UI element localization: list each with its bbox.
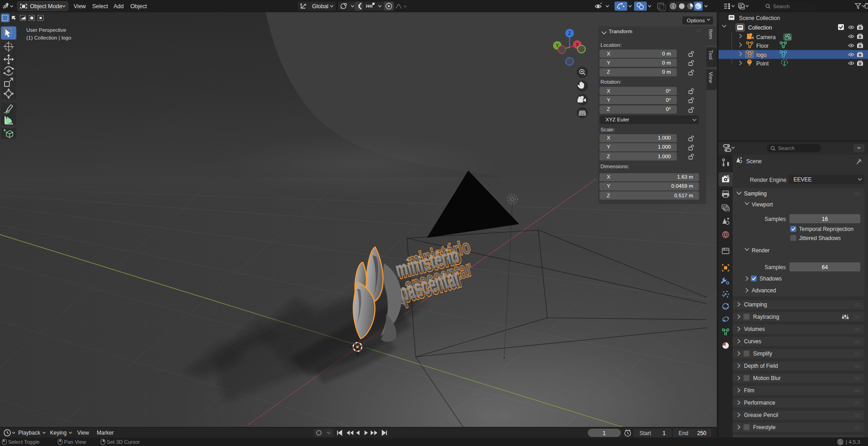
svg-text:Global: Global (312, 3, 328, 10)
svg-text:Volumes: Volumes (744, 326, 765, 332)
svg-text:Clamping: Clamping (744, 301, 767, 308)
svg-text:Z: Z (568, 30, 571, 36)
svg-text:Add: Add (114, 3, 124, 10)
svg-text:::::: :::: (854, 413, 860, 417)
svg-text:| 4.5.3: | 4.5.3 (846, 439, 860, 445)
svg-text:Render: Render (752, 247, 769, 254)
svg-text:1: 1 (603, 430, 606, 436)
svg-text:Search: Search (773, 4, 789, 9)
svg-text:::::: :::: (854, 315, 860, 319)
svg-text:logo: logo (756, 52, 767, 58)
svg-text:View: View (77, 430, 89, 436)
svg-text:Samples: Samples (764, 264, 786, 271)
svg-text:Select: Select (92, 3, 108, 10)
svg-text:Start: Start (640, 430, 651, 436)
svg-text:Viewport: Viewport (752, 201, 773, 208)
svg-text:::::: :::: (854, 327, 860, 331)
svg-text:Simplify: Simplify (753, 351, 772, 357)
svg-text:64: 64 (822, 264, 828, 271)
svg-text:::::: :::: (854, 364, 860, 368)
svg-text:Curves: Curves (744, 338, 761, 345)
svg-text:Depth of Field: Depth of Field (744, 363, 778, 369)
svg-text:Camera: Camera (756, 34, 776, 40)
svg-text:Samples: Samples (764, 216, 786, 222)
svg-text:1: 1 (663, 430, 666, 436)
svg-text:Shadows: Shadows (759, 276, 782, 282)
svg-text:Scene: Scene (746, 158, 762, 165)
svg-text:::::: :::: (854, 302, 860, 307)
svg-text:16: 16 (822, 216, 828, 222)
svg-text:Object Mode: Object Mode (30, 3, 62, 10)
svg-text:Freestyle: Freestyle (753, 424, 776, 431)
svg-text:Search: Search (778, 145, 794, 151)
svg-text:End: End (679, 430, 688, 436)
svg-text:::::: :::: (854, 191, 860, 196)
svg-text:Playback: Playback (18, 430, 41, 436)
svg-text:Options: Options (687, 18, 705, 23)
svg-text:Grease Pencil: Grease Pencil (744, 412, 778, 418)
svg-text:Object: Object (130, 3, 147, 10)
svg-text:Film: Film (744, 387, 754, 394)
svg-text:Collection: Collection (748, 25, 772, 31)
svg-text:::::: :::: (854, 351, 860, 356)
svg-text:EEVEE: EEVEE (794, 176, 812, 183)
svg-text:Color Management: Color Management (744, 436, 791, 437)
svg-text:Point: Point (756, 60, 769, 67)
svg-text:(1) Collection | logo: (1) Collection | logo (26, 35, 71, 40)
svg-text:::::: :::: (854, 388, 860, 393)
svg-text:::::: :::: (854, 376, 860, 381)
svg-text:Jittered Shadows: Jittered Shadows (799, 235, 841, 241)
svg-text:Temporal Reprojection: Temporal Reprojection (799, 226, 853, 232)
svg-text:Advanced: Advanced (752, 287, 776, 294)
svg-text:Pan View: Pan View (64, 439, 86, 445)
svg-text:Scene Collection: Scene Collection (739, 15, 780, 21)
svg-text:Sampling: Sampling (744, 190, 767, 197)
svg-text:Marker: Marker (97, 430, 114, 436)
svg-text:Select Toggle: Select Toggle (8, 439, 40, 445)
svg-text:Raytracing: Raytracing (753, 314, 779, 320)
svg-text:::::: :::: (854, 339, 860, 344)
svg-text:::::: :::: (854, 401, 860, 405)
svg-text:250: 250 (697, 430, 706, 436)
svg-text:View: View (74, 3, 86, 10)
svg-text:Performance: Performance (744, 400, 775, 406)
svg-text:User Perspective: User Perspective (26, 27, 66, 33)
svg-text:Floor: Floor (756, 43, 769, 49)
svg-text:Set 3D Cursor: Set 3D Cursor (107, 439, 140, 445)
svg-text:Motion Blur: Motion Blur (753, 375, 781, 381)
svg-text:Render Engine: Render Engine (750, 177, 786, 183)
svg-text:Keying: Keying (50, 430, 67, 436)
svg-text:::::: :::: (854, 425, 860, 430)
